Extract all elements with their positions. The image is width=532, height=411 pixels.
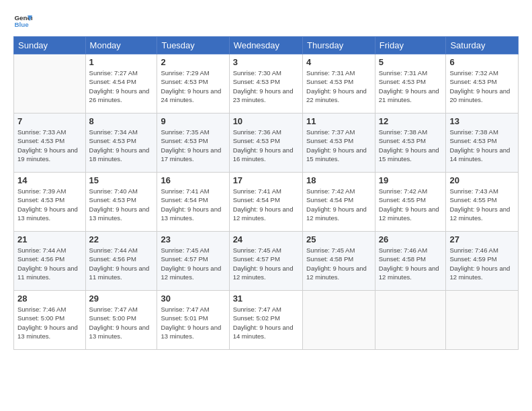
calendar-cell: 2Sunrise: 7:29 AMSunset: 4:53 PMDaylight… — [157, 54, 229, 113]
calendar-cell — [14, 54, 86, 113]
weekday-header-monday: Monday — [85, 37, 157, 54]
day-info: Sunrise: 7:46 AMSunset: 4:58 PMDaylight:… — [379, 246, 443, 281]
calendar-cell: 11Sunrise: 7:37 AMSunset: 4:53 PMDayligh… — [303, 113, 375, 173]
day-info: Sunrise: 7:47 AMSunset: 5:01 PMDaylight:… — [161, 305, 225, 340]
day-number: 3 — [233, 57, 299, 67]
day-number: 23 — [161, 234, 225, 244]
day-info: Sunrise: 7:42 AMSunset: 4:55 PMDaylight:… — [379, 187, 443, 222]
day-number: 20 — [449, 175, 515, 185]
calendar-cell: 16Sunrise: 7:41 AMSunset: 4:54 PMDayligh… — [157, 173, 229, 232]
calendar-cell: 3Sunrise: 7:30 AMSunset: 4:53 PMDaylight… — [229, 54, 302, 113]
day-number: 17 — [233, 175, 299, 185]
calendar-week-1: 1Sunrise: 7:27 AMSunset: 4:54 PMDaylight… — [14, 54, 519, 113]
day-number: 29 — [89, 293, 154, 304]
calendar-cell: 28Sunrise: 7:46 AMSunset: 5:00 PMDayligh… — [14, 291, 86, 350]
weekday-header-tuesday: Tuesday — [157, 37, 229, 54]
page-header: General Blue — [13, 11, 519, 30]
calendar-cell: 7Sunrise: 7:33 AMSunset: 4:53 PMDaylight… — [14, 113, 86, 173]
weekday-header-row: SundayMondayTuesdayWednesdayThursdayFrid… — [14, 37, 519, 54]
day-number: 31 — [233, 293, 299, 304]
calendar-cell: 22Sunrise: 7:44 AMSunset: 4:56 PMDayligh… — [85, 232, 157, 291]
calendar-cell: 25Sunrise: 7:45 AMSunset: 4:58 PMDayligh… — [303, 232, 375, 291]
day-number: 4 — [306, 57, 371, 67]
calendar-cell: 13Sunrise: 7:38 AMSunset: 4:53 PMDayligh… — [446, 113, 519, 173]
day-info: Sunrise: 7:27 AMSunset: 4:54 PMDaylight:… — [89, 68, 154, 104]
day-number: 21 — [17, 234, 82, 244]
calendar-cell: 19Sunrise: 7:42 AMSunset: 4:55 PMDayligh… — [375, 173, 446, 232]
calendar-cell: 9Sunrise: 7:35 AMSunset: 4:53 PMDaylight… — [157, 113, 229, 173]
day-info: Sunrise: 7:42 AMSunset: 4:54 PMDaylight:… — [306, 187, 371, 222]
day-info: Sunrise: 7:29 AMSunset: 4:53 PMDaylight:… — [161, 68, 225, 104]
calendar-week-2: 7Sunrise: 7:33 AMSunset: 4:53 PMDaylight… — [14, 113, 519, 173]
day-number: 9 — [161, 116, 225, 126]
day-info: Sunrise: 7:37 AMSunset: 4:53 PMDaylight:… — [306, 128, 371, 163]
day-number: 27 — [449, 234, 515, 244]
day-info: Sunrise: 7:43 AMSunset: 4:55 PMDaylight:… — [449, 187, 515, 222]
day-number: 22 — [89, 234, 154, 244]
day-info: Sunrise: 7:41 AMSunset: 4:54 PMDaylight:… — [161, 187, 225, 222]
day-info: Sunrise: 7:35 AMSunset: 4:53 PMDaylight:… — [161, 128, 225, 163]
day-number: 2 — [161, 57, 225, 67]
day-number: 8 — [89, 116, 154, 126]
calendar-cell: 15Sunrise: 7:40 AMSunset: 4:53 PMDayligh… — [85, 173, 157, 232]
calendar-cell: 4Sunrise: 7:31 AMSunset: 4:53 PMDaylight… — [303, 54, 375, 113]
day-number: 1 — [89, 57, 154, 67]
day-number: 25 — [306, 234, 371, 244]
day-info: Sunrise: 7:38 AMSunset: 4:53 PMDaylight:… — [379, 128, 443, 163]
weekday-header-wednesday: Wednesday — [229, 37, 302, 54]
day-info: Sunrise: 7:47 AMSunset: 5:02 PMDaylight:… — [233, 305, 299, 340]
calendar-cell — [303, 291, 375, 350]
day-number: 12 — [379, 116, 443, 126]
day-info: Sunrise: 7:44 AMSunset: 4:56 PMDaylight:… — [89, 246, 154, 281]
day-info: Sunrise: 7:44 AMSunset: 4:56 PMDaylight:… — [17, 246, 82, 281]
day-info: Sunrise: 7:33 AMSunset: 4:53 PMDaylight:… — [17, 128, 82, 163]
day-number: 28 — [17, 293, 82, 304]
calendar-cell — [446, 291, 519, 350]
calendar-cell: 24Sunrise: 7:45 AMSunset: 4:57 PMDayligh… — [229, 232, 302, 291]
calendar-cell: 21Sunrise: 7:44 AMSunset: 4:56 PMDayligh… — [14, 232, 86, 291]
calendar-cell: 27Sunrise: 7:46 AMSunset: 4:59 PMDayligh… — [446, 232, 519, 291]
day-info: Sunrise: 7:32 AMSunset: 4:53 PMDaylight:… — [449, 68, 515, 104]
day-info: Sunrise: 7:45 AMSunset: 4:57 PMDaylight:… — [161, 246, 225, 281]
calendar-cell: 17Sunrise: 7:41 AMSunset: 4:54 PMDayligh… — [229, 173, 302, 232]
day-number: 5 — [379, 57, 443, 67]
logo-icon: General Blue — [13, 11, 32, 30]
day-info: Sunrise: 7:40 AMSunset: 4:53 PMDaylight:… — [89, 187, 154, 222]
calendar-cell: 29Sunrise: 7:47 AMSunset: 5:00 PMDayligh… — [85, 291, 157, 350]
day-number: 30 — [161, 293, 225, 304]
day-info: Sunrise: 7:45 AMSunset: 4:57 PMDaylight:… — [233, 246, 299, 281]
day-info: Sunrise: 7:45 AMSunset: 4:58 PMDaylight:… — [306, 246, 371, 281]
day-info: Sunrise: 7:46 AMSunset: 4:59 PMDaylight:… — [449, 246, 515, 281]
weekday-header-sunday: Sunday — [14, 37, 86, 54]
weekday-header-thursday: Thursday — [303, 37, 375, 54]
weekday-header-saturday: Saturday — [446, 37, 519, 54]
day-number: 7 — [17, 116, 82, 126]
day-info: Sunrise: 7:47 AMSunset: 5:00 PMDaylight:… — [89, 305, 154, 340]
calendar-cell: 18Sunrise: 7:42 AMSunset: 4:54 PMDayligh… — [303, 173, 375, 232]
day-info: Sunrise: 7:41 AMSunset: 4:54 PMDaylight:… — [233, 187, 299, 222]
day-number: 16 — [161, 175, 225, 185]
calendar-cell: 20Sunrise: 7:43 AMSunset: 4:55 PMDayligh… — [446, 173, 519, 232]
calendar-week-4: 21Sunrise: 7:44 AMSunset: 4:56 PMDayligh… — [14, 232, 519, 291]
day-number: 15 — [89, 175, 154, 185]
calendar-table: SundayMondayTuesdayWednesdayThursdayFrid… — [13, 36, 519, 350]
day-info: Sunrise: 7:30 AMSunset: 4:53 PMDaylight:… — [233, 68, 299, 104]
day-number: 10 — [233, 116, 299, 126]
calendar-cell: 14Sunrise: 7:39 AMSunset: 4:53 PMDayligh… — [14, 173, 86, 232]
logo: General Blue — [13, 11, 32, 30]
day-number: 14 — [17, 175, 82, 185]
calendar-cell — [375, 291, 446, 350]
day-number: 6 — [449, 57, 515, 67]
calendar-cell: 6Sunrise: 7:32 AMSunset: 4:53 PMDaylight… — [446, 54, 519, 113]
day-number: 24 — [233, 234, 299, 244]
day-info: Sunrise: 7:39 AMSunset: 4:53 PMDaylight:… — [17, 187, 82, 222]
calendar-cell: 1Sunrise: 7:27 AMSunset: 4:54 PMDaylight… — [85, 54, 157, 113]
day-number: 13 — [449, 116, 515, 126]
calendar-cell: 26Sunrise: 7:46 AMSunset: 4:58 PMDayligh… — [375, 232, 446, 291]
calendar-cell: 10Sunrise: 7:36 AMSunset: 4:53 PMDayligh… — [229, 113, 302, 173]
day-info: Sunrise: 7:38 AMSunset: 4:53 PMDaylight:… — [449, 128, 515, 163]
day-number: 18 — [306, 175, 371, 185]
calendar-cell: 5Sunrise: 7:31 AMSunset: 4:53 PMDaylight… — [375, 54, 446, 113]
day-number: 11 — [306, 116, 371, 126]
svg-text:Blue: Blue — [14, 21, 29, 28]
